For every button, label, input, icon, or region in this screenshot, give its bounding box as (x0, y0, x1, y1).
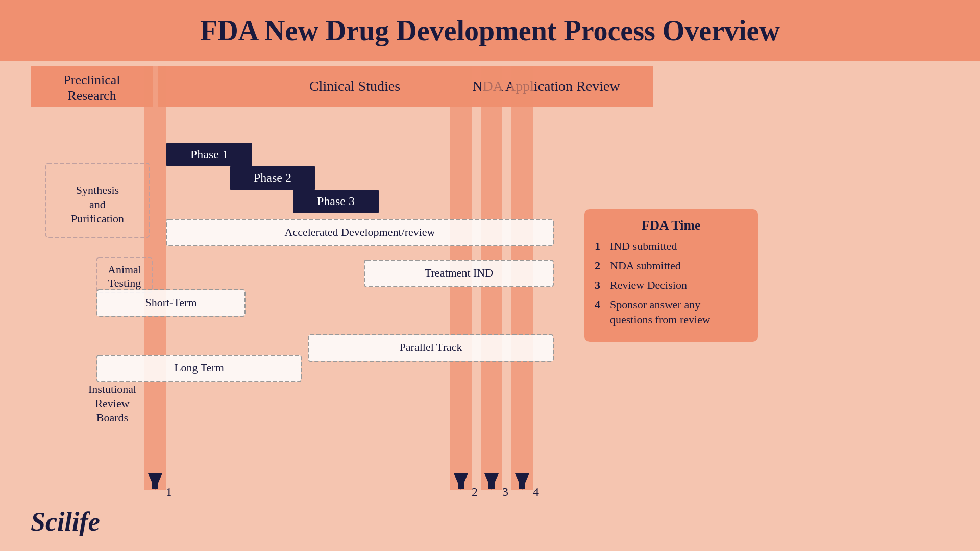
legend-text-2: NDA submitted (610, 259, 681, 272)
svg-rect-24 (488, 473, 495, 489)
svg-rect-25 (519, 473, 525, 489)
parallel-track-label: Parallel Track (400, 341, 462, 354)
arrow-2-label: 2 (472, 485, 478, 498)
accel-dev-label: Accelerated Development/review (284, 226, 435, 238)
legend-num-2: 2 (595, 259, 600, 272)
irb-label-line2: Review (95, 397, 129, 410)
clinical-header: Clinical Studies (309, 78, 400, 94)
irb-label-line1: Instutional (88, 383, 136, 395)
arrow-1-label: 1 (166, 485, 172, 498)
phase1-label: Phase 1 (190, 147, 228, 161)
synthesis-label: Synthesis (76, 184, 119, 196)
arrow-3-label: 3 (502, 485, 508, 498)
treatment-ind-label: Treatment IND (425, 266, 493, 279)
animal-testing-label: Animal (108, 263, 141, 276)
svg-text:Purification: Purification (71, 212, 124, 225)
main-container: FDA New Drug Development Process Overvie… (0, 0, 980, 551)
page-title: FDA New Drug Development Process Overvie… (200, 15, 780, 46)
scilife-logo: Scilife (31, 507, 100, 536)
legend-text-1: IND submitted (610, 240, 677, 253)
diagram-svg: Preclinical Research Clinical Studies ND… (0, 61, 980, 551)
legend-text-4b: questions from review (610, 313, 710, 326)
svg-rect-5 (144, 66, 166, 490)
irb-label-line3: Boards (96, 411, 128, 424)
svg-rect-22 (152, 473, 158, 489)
preclinical-header: Preclinical (63, 72, 120, 87)
legend-title: FDA Time (642, 218, 700, 233)
svg-text:Research: Research (67, 88, 116, 103)
long-term-label: Long Term (174, 361, 224, 374)
svg-rect-23 (458, 473, 464, 489)
svg-text:and: and (89, 198, 106, 211)
title-bar: FDA New Drug Development Process Overvie… (0, 0, 980, 61)
short-term-label: Short-Term (145, 296, 197, 309)
arrow-4-label: 4 (533, 485, 539, 498)
legend-text-3: Review Decision (610, 279, 687, 291)
phase3-label: Phase 3 (317, 194, 355, 208)
phase2-label: Phase 2 (254, 171, 291, 184)
legend-num-3: 3 (595, 279, 600, 291)
legend-text-4a: Sponsor answer any (610, 298, 700, 311)
legend-num-1: 1 (595, 240, 600, 253)
svg-text:Testing: Testing (108, 277, 141, 289)
legend-num-4: 4 (595, 298, 600, 311)
